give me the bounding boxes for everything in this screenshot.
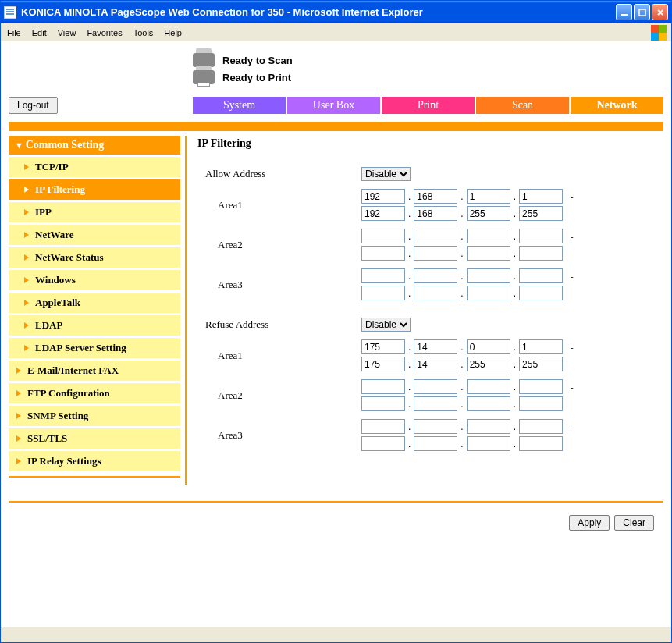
apply-button[interactable]: Apply — [569, 515, 610, 531]
allow-area3-from-octet2[interactable] — [414, 268, 457, 283]
windows-logo-icon — [651, 25, 667, 41]
sidebar-item-ip-relay-settings[interactable]: IP Relay Settings — [9, 451, 180, 471]
allow-area3-label: Area3 — [205, 279, 361, 291]
sidebar-item-windows[interactable]: Windows — [9, 270, 180, 290]
refuse-area3-from-octet2[interactable] — [414, 419, 457, 434]
sidebar-header[interactable]: Common Setting — [9, 136, 180, 155]
refuse-area3-to-octet4[interactable] — [519, 436, 563, 451]
refuse-area1-from-octet1[interactable] — [361, 339, 405, 354]
app-icon — [4, 6, 16, 19]
menu-view[interactable]: View — [58, 28, 76, 37]
tab-userbox[interactable]: User Box — [287, 97, 380, 114]
sidebar-item-e-mail-internet-fax[interactable]: E-Mail/Internet FAX — [9, 361, 180, 381]
sidebar-item-ssl-tls[interactable]: SSL/TLS — [9, 428, 180, 449]
menu-help[interactable]: Help — [164, 28, 182, 37]
refuse-area3-from-octet4[interactable] — [519, 419, 563, 434]
allow-area2-from-octet4[interactable] — [519, 229, 563, 243]
printer-icon — [193, 70, 215, 84]
refuse-area2-label: Area2 — [205, 389, 361, 402]
allow-area1-from-octet1[interactable] — [361, 189, 405, 204]
refuse-area2-to-octet1[interactable] — [361, 396, 405, 411]
refuse-area1-from-octet4[interactable] — [519, 339, 563, 354]
maximize-button[interactable] — [634, 4, 650, 20]
allow-area3-to-octet2[interactable] — [414, 286, 457, 300]
refuse-area2-from-octet4[interactable] — [519, 379, 563, 394]
sidebar-item-appletalk[interactable]: AppleTalk — [9, 293, 180, 313]
allow-area1-from-octet4[interactable] — [519, 189, 563, 204]
refuse-area2-from-octet1[interactable] — [361, 379, 405, 394]
svg-rect-0 — [621, 14, 628, 16]
allow-area3-from-octet4[interactable] — [519, 268, 563, 283]
allow-area1-from-octet2[interactable] — [414, 189, 457, 204]
sidebar-item-netware-status[interactable]: NetWare Status — [9, 247, 180, 268]
allow-area3-to-octet1[interactable] — [361, 286, 405, 300]
sidebar-divider — [9, 476, 180, 478]
refuse-area1-to-octet2[interactable] — [414, 357, 457, 371]
menu-bar: File Edit View Favorites Tools Help — [1, 23, 671, 42]
refuse-area1-from-octet3[interactable] — [467, 339, 510, 354]
refuse-area2-to-octet2[interactable] — [414, 396, 457, 411]
refuse-area1-to-octet4[interactable] — [519, 357, 563, 371]
sidebar-item-ftp-configuration[interactable]: FTP Configuration — [9, 383, 180, 403]
refuse-area2-from-octet2[interactable] — [414, 379, 457, 394]
allow-area1-from-octet3[interactable] — [467, 189, 510, 204]
sidebar-item-tcp-ip[interactable]: TCP/IP — [9, 157, 180, 177]
allow-area3-from-octet1[interactable] — [361, 268, 405, 283]
allow-area2-to-octet3[interactable] — [467, 246, 510, 261]
menu-favorites[interactable]: Favorites — [87, 28, 122, 37]
allow-area3-to-octet3[interactable] — [467, 286, 510, 300]
allow-area1-to-octet2[interactable] — [414, 206, 457, 221]
allow-area1-to-octet4[interactable] — [519, 206, 563, 221]
sidebar-item-ldap[interactable]: LDAP — [9, 315, 180, 336]
refuse-area2-from-octet3[interactable] — [467, 379, 510, 394]
status-print: Ready to Print — [222, 72, 291, 83]
minimize-button[interactable] — [616, 4, 632, 20]
tab-system[interactable]: System — [193, 97, 286, 114]
allow-select[interactable]: Disable — [361, 167, 411, 181]
sidebar-item-netware[interactable]: NetWare — [9, 225, 180, 245]
tab-scan[interactable]: Scan — [476, 97, 569, 114]
refuse-area1-label: Area1 — [205, 350, 361, 362]
printer-status: Ready to Scan Ready to Print — [193, 52, 663, 86]
refuse-area2-to-octet4[interactable] — [519, 396, 563, 411]
sidebar-item-ldap-server-setting[interactable]: LDAP Server Setting — [9, 338, 180, 358]
allow-area2-to-octet2[interactable] — [414, 246, 457, 261]
refuse-area3-to-octet1[interactable] — [361, 436, 405, 451]
refuse-area3-to-octet2[interactable] — [414, 436, 457, 451]
allow-area2-to-octet4[interactable] — [519, 246, 563, 261]
divider-bar — [9, 122, 663, 131]
clear-button[interactable]: Clear — [614, 515, 654, 531]
refuse-label: Refuse Address — [205, 318, 361, 331]
sidebar: Common Setting TCP/IPIP FilteringIPPNetW… — [9, 136, 187, 485]
refuse-area3-from-octet1[interactable] — [361, 419, 405, 434]
status-scan: Ready to Scan — [222, 55, 293, 66]
allow-area2-from-octet3[interactable] — [467, 229, 510, 243]
sidebar-item-ipp[interactable]: IPP — [9, 202, 180, 222]
allow-area1-to-octet3[interactable] — [467, 206, 510, 221]
tab-print[interactable]: Print — [382, 97, 475, 114]
menu-tools[interactable]: Tools — [133, 28, 154, 37]
refuse-area1-to-octet3[interactable] — [467, 357, 510, 371]
allow-label: Allow Address — [205, 168, 361, 180]
allow-area1-to-octet1[interactable] — [361, 206, 405, 221]
sidebar-item-snmp-setting[interactable]: SNMP Setting — [9, 406, 180, 426]
logout-button[interactable]: Log-out — [9, 97, 58, 114]
sidebar-item-ip-filtering[interactable]: IP Filtering — [9, 179, 180, 200]
refuse-area2-to-octet3[interactable] — [467, 396, 510, 411]
refuse-select[interactable]: Disable — [361, 318, 411, 332]
allow-area2-from-octet1[interactable] — [361, 229, 405, 243]
allow-area3-from-octet3[interactable] — [467, 268, 510, 283]
allow-area2-label: Area2 — [205, 239, 361, 251]
refuse-area3-to-octet3[interactable] — [467, 436, 510, 451]
close-button[interactable] — [652, 4, 668, 20]
tab-network[interactable]: Network — [571, 97, 663, 114]
refuse-area1-to-octet1[interactable] — [361, 357, 405, 371]
refuse-area3-from-octet3[interactable] — [467, 419, 510, 434]
menu-file[interactable]: File — [7, 28, 21, 37]
refuse-area1-from-octet2[interactable] — [414, 339, 457, 354]
menu-edit[interactable]: Edit — [32, 28, 47, 37]
allow-area2-to-octet1[interactable] — [361, 246, 405, 261]
allow-area2-from-octet2[interactable] — [414, 229, 457, 243]
window-titlebar: KONICA MINOLTA PageScope Web Connection … — [1, 1, 671, 23]
allow-area3-to-octet4[interactable] — [519, 286, 563, 300]
